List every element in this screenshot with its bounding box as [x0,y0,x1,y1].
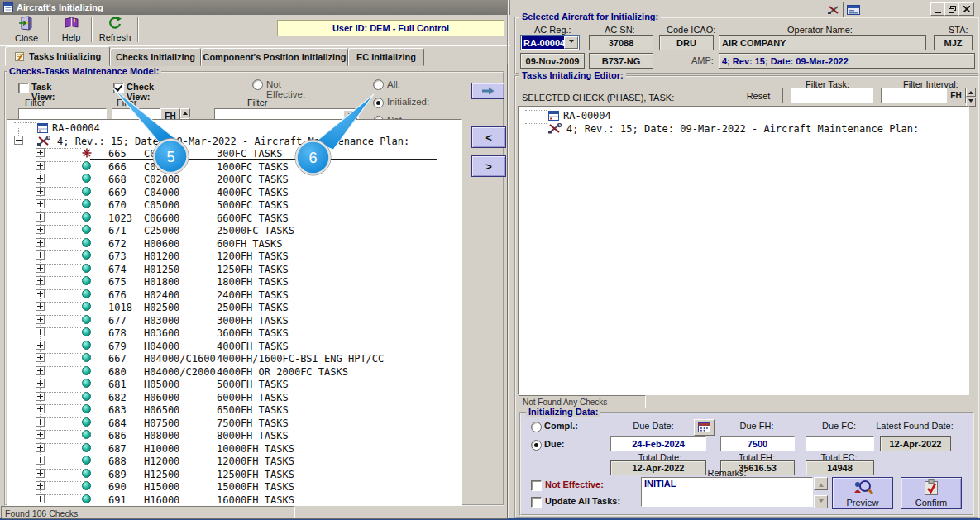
close-button[interactable]: Close [7,16,46,43]
spinner-up-icon[interactable] [180,108,190,117]
task-view-checkbox[interactable] [18,83,29,93]
remove-from-editor-button[interactable]: < [471,126,506,148]
tree-row[interactable]: 689H1250012500FH TASKS [7,468,461,481]
tree-row[interactable]: 672H00600600FH TASKS [7,237,461,250]
tools-toolbar-button[interactable] [825,2,844,17]
ac-reg-combobox[interactable]: RA-00004 [520,35,580,50]
tree-row[interactable]: 674H012501250FH TASKS [7,263,461,276]
confirm-button[interactable]: Confirm [901,477,962,509]
tab-tasks-initializing[interactable]: Tasks Initializing [5,46,110,66]
not-effective-checkbox[interactable] [531,480,542,491]
expand-icon[interactable] [36,327,45,336]
update-all-tasks-checkbox[interactable] [531,497,542,508]
tree-row[interactable]: 665C00300300FC TASKS [7,147,461,160]
expand-icon[interactable] [36,481,45,490]
expand-icon[interactable] [36,161,45,170]
due-fh-field[interactable]: 7500 [720,436,795,451]
add-to-editor-button[interactable]: > [471,155,506,177]
expand-icon[interactable] [36,315,45,324]
tree-row[interactable]: 673H012001200FH TASKS [7,250,461,263]
expand-icon[interactable] [36,443,45,452]
expand-icon[interactable] [36,199,45,208]
checks-tree[interactable]: RA-000044; Rev.: 15; Date: 09-Mar-2022 -… [7,119,462,506]
expand-icon[interactable] [36,225,45,234]
expand-icon[interactable] [36,212,45,222]
help-button[interactable]: Help [53,16,89,43]
dropdown-button[interactable] [564,36,578,49]
expand-icon[interactable] [36,456,45,465]
tree-row[interactable]: 1018H025002500FH TASKS [7,301,461,314]
due-radio[interactable] [531,440,542,451]
expand-icon[interactable] [36,264,45,273]
expand-icon[interactable] [36,302,45,311]
expand-icon[interactable] [36,366,45,375]
expand-icon[interactable] [36,392,45,401]
tree-row[interactable]: RA-00004 [519,109,968,122]
tree-row[interactable]: 688H1200012000FH TASKS [7,455,461,468]
tree-row[interactable]: 4; Rev.: 15; Date: 09-Mar-2022 - Aircraf… [7,135,461,148]
expand-icon[interactable] [36,417,45,427]
minimize-button[interactable] [930,2,945,16]
all-radio[interactable] [373,79,384,90]
editor-filter-interval-input[interactable] [881,88,946,103]
editor-filter-task-input[interactable] [791,88,873,103]
expand-icon[interactable] [36,430,45,439]
tree-row[interactable]: 667H04000/C16004000FH/1600FC-BSI ENG HPT… [7,352,461,365]
expand-icon[interactable] [36,148,45,157]
restore-button[interactable] [944,2,959,16]
expand-icon[interactable] [36,494,45,503]
tree-row[interactable]: 668C020002000FC TASKS [7,173,461,186]
compl-radio[interactable] [531,422,542,432]
collapse-icon[interactable] [14,136,23,145]
tree-row[interactable]: 683H065006500FH TASKS [7,403,461,417]
tree-row[interactable]: 682H060006000FH TASKS [7,391,461,404]
tree-row[interactable]: 676H024002400FH TASKS [7,289,461,302]
refresh-button[interactable]: Refresh [94,16,136,43]
tree-row[interactable]: 684H075007500FH TASKS [7,417,461,430]
close-window-button[interactable] [958,2,974,16]
expand-icon[interactable] [36,289,45,298]
due-fc-field[interactable] [806,436,874,451]
expand-icon[interactable] [36,379,45,388]
remarks-textarea[interactable]: INITIAL [641,477,813,507]
tree-row[interactable]: 675H018001800FH TASKS [7,275,461,289]
tree-row[interactable]: 669C040004000FC TASKS [7,186,461,199]
tree-row[interactable]: 679H040004000FH TASKS [7,340,461,353]
expand-icon[interactable] [36,353,45,362]
tree-row[interactable]: 4; Rev.: 15; Date: 09-Mar-2022 - Aircraf… [519,122,968,136]
tree-row[interactable]: 677H030003000FH TASKS [7,314,461,327]
expand-icon[interactable] [36,341,45,350]
tree-row[interactable]: 670C050005000FC TASKS [7,198,461,212]
check-view-checkbox[interactable] [113,83,124,93]
expand-icon[interactable] [36,276,45,285]
expand-icon[interactable] [36,469,45,478]
tree-row[interactable]: 690H1500015000FH TASKS [7,480,461,494]
tree-row[interactable]: 671C2500025000FC TASKS [7,224,461,237]
expand-icon[interactable] [36,174,45,183]
expand-icon[interactable] [36,250,45,260]
tree-row[interactable]: 681H050005000FH TASKS [7,378,461,391]
tree-row[interactable]: RA-00004 [7,122,461,135]
editor-tree[interactable]: RA-00004 4; Rev.: 15; Date: 09-Mar-2022 … [518,106,969,395]
preview-button[interactable]: Preview [832,477,893,509]
reset-button[interactable]: Reset [734,88,783,103]
remarks-scroll-up-button[interactable] [814,477,828,490]
calendar-button[interactable] [694,419,715,436]
expand-icon[interactable] [36,404,45,413]
form-toolbar-button[interactable] [844,2,863,17]
initialized-radio[interactable] [373,98,384,108]
tree-row[interactable]: 687H1000010000FH TASKS [7,442,461,456]
spinner-up-icon[interactable] [966,88,976,97]
expand-icon[interactable] [36,187,45,196]
editor-interval-spinner[interactable] [966,88,976,107]
remarks-scroll-down-button[interactable] [814,495,828,508]
not-effective-radio[interactable] [252,79,263,90]
tree-row[interactable]: 666C010001000FC TASKS [7,160,461,174]
transfer-to-editor-button[interactable] [471,83,504,99]
tree-row[interactable]: 1023C066006600FC TASKS [7,212,461,225]
tree-row[interactable]: 680H04000/C20004000FH OR 2000FC TASKS [7,365,461,379]
tree-row[interactable]: 678H036003600FH TASKS [7,327,461,340]
due-date-field[interactable]: 24-Feb-2024 [610,436,706,451]
expand-icon[interactable] [36,238,45,247]
tree-row[interactable]: 686H080008000FH TASKS [7,429,461,442]
